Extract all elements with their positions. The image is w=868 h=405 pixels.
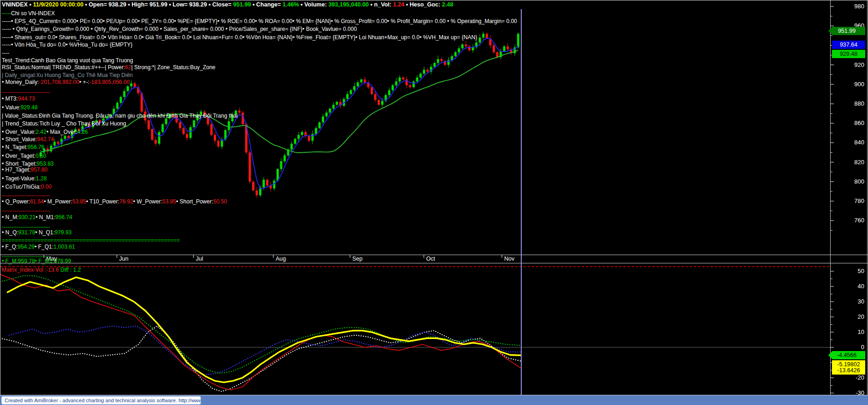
indicator-axis-label: 20 [834, 313, 864, 320]
axis-separator [830, 0, 831, 395]
candle-up [290, 144, 293, 150]
candle-up [381, 101, 383, 105]
candle-up [360, 79, 362, 82]
candle-up [322, 116, 324, 122]
candle-down [155, 140, 157, 143]
window-border-right [867, 0, 868, 395]
candle-up [294, 139, 296, 144]
candle-up [326, 113, 328, 116]
candle-up [388, 90, 391, 95]
candle-down [378, 100, 380, 105]
candle-down [405, 79, 408, 85]
price-axis-label: 860 [834, 119, 864, 126]
candle-up [301, 132, 303, 135]
candle-up [315, 128, 317, 134]
candle-up [472, 48, 474, 50]
indicator-axis-label: 30 [834, 298, 864, 305]
window-border-left [0, 0, 0, 395]
candle-up [116, 103, 119, 109]
candle-down [465, 44, 467, 46]
candle-up [395, 81, 398, 85]
indicator-series-white [0, 326, 521, 392]
candle-up [437, 59, 439, 63]
candle-up [412, 81, 415, 87]
candle-down [148, 120, 150, 129]
price-axis-label: 920 [834, 61, 864, 68]
candle-up [130, 83, 133, 86]
candle-down [364, 79, 366, 82]
candle-up [228, 121, 230, 130]
candle-up [329, 109, 331, 113]
month-label-jun: Jun [119, 256, 128, 262]
candle-up [127, 86, 129, 91]
upper-panel-bottom-border [0, 255, 868, 255]
candle-up [451, 56, 453, 60]
candle-up [95, 120, 97, 122]
price-value-badge: -4.4566 [828, 351, 865, 359]
candle-down [256, 191, 258, 196]
candle-up [416, 77, 418, 81]
candle-up [40, 153, 42, 156]
indicator-series-green [0, 276, 521, 373]
amibroker-chart-window: VNINDEX • 11/9/2020 00:00:00 • Open= 938… [0, 0, 868, 405]
indicator-axis-label: -20 [834, 374, 864, 381]
candle-up [231, 114, 234, 121]
candle-down [427, 70, 429, 71]
candle-down [151, 129, 153, 140]
candle-down [186, 134, 188, 137]
price-axis-label: 980 [834, 3, 864, 10]
candle-up [273, 181, 275, 189]
candle-down [374, 94, 376, 100]
candle-down [175, 116, 178, 122]
price-axis-label: 780 [834, 197, 864, 204]
chart-graphics[interactable] [0, 0, 868, 405]
candle-up [235, 111, 237, 114]
candle-up [517, 34, 519, 48]
month-label-nov: Nov [504, 256, 514, 262]
candle-up [461, 44, 464, 48]
candle-up [169, 114, 171, 118]
candle-down [179, 122, 181, 128]
candle-down [182, 128, 185, 134]
candle-down [172, 114, 174, 116]
candle-down [493, 45, 495, 52]
candle-up [162, 124, 164, 132]
indicator-series-red [0, 274, 521, 390]
candle-down [506, 47, 509, 49]
indicator-axis-label: 40 [834, 283, 864, 290]
candle-up [106, 116, 108, 118]
candle-down [440, 59, 443, 61]
candle-up [332, 105, 335, 108]
candle-down [78, 129, 80, 131]
candle-up [85, 124, 87, 126]
candle-down [496, 52, 499, 57]
amibroker-credit-box: Created with AmiBroker - advanced charti… [1, 396, 201, 405]
price-axis-label: 820 [834, 159, 864, 166]
candle-up [357, 83, 359, 86]
chart-cursor-line[interactable] [521, 9, 522, 395]
price-axis-label: 840 [834, 139, 864, 146]
candle-up [123, 91, 126, 97]
candle-up [158, 132, 160, 143]
candle-down [249, 153, 251, 182]
ma-line [41, 50, 518, 153]
amibroker-credit-text: Created with AmiBroker - advanced charti… [2, 397, 200, 404]
month-label-sep: Sep [352, 256, 362, 262]
price-value-badge: 937.64 [832, 41, 865, 49]
text-segment: Diff : 1.2 [60, 267, 81, 273]
indicator-pane-title-text: Matrix_Index-Vol :-13.6 Diff : 1.2 [2, 267, 81, 273]
candle-down [308, 136, 310, 141]
price-axis-label: 880 [834, 100, 864, 107]
indicator-axis-label: 0 [834, 344, 864, 351]
candle-down [409, 85, 411, 87]
candle-up [398, 77, 401, 81]
candle-up [419, 74, 422, 77]
candle-up [346, 94, 349, 99]
price-value-badge: -13.6426 [832, 366, 865, 375]
month-label-jul: Jul [196, 256, 203, 262]
candle-up [423, 70, 425, 73]
indicator-series-yellow [7, 277, 521, 382]
candle-up [350, 90, 352, 94]
price-value-badge: 929.48 [832, 50, 865, 58]
candle-up [454, 52, 457, 56]
